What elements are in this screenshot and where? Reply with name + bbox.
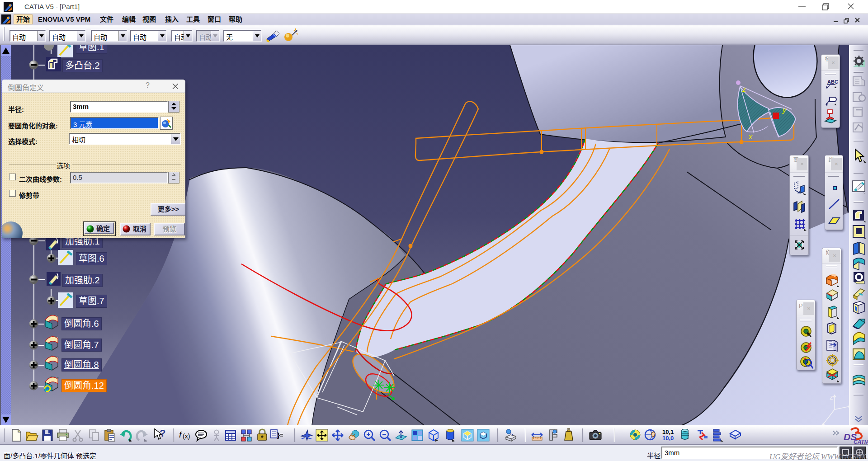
svg-text:CATIA: CATIA [854, 439, 868, 445]
svg-text:ABC: ABC [827, 79, 838, 85]
svg-text:10,0: 10,0 [662, 435, 674, 442]
svg-text:}=: }= [277, 431, 283, 439]
svg-text:f: f [179, 430, 182, 439]
svg-text:?: ? [160, 428, 165, 439]
svg-text:10,1: 10,1 [662, 428, 674, 435]
svg-text:(x): (x) [183, 433, 190, 440]
